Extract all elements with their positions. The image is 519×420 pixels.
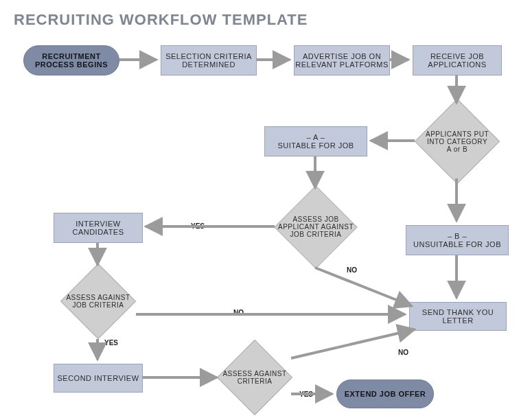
svg-line-15 [291, 329, 415, 358]
flow-arrows [0, 0, 519, 420]
svg-line-8 [315, 268, 412, 306]
